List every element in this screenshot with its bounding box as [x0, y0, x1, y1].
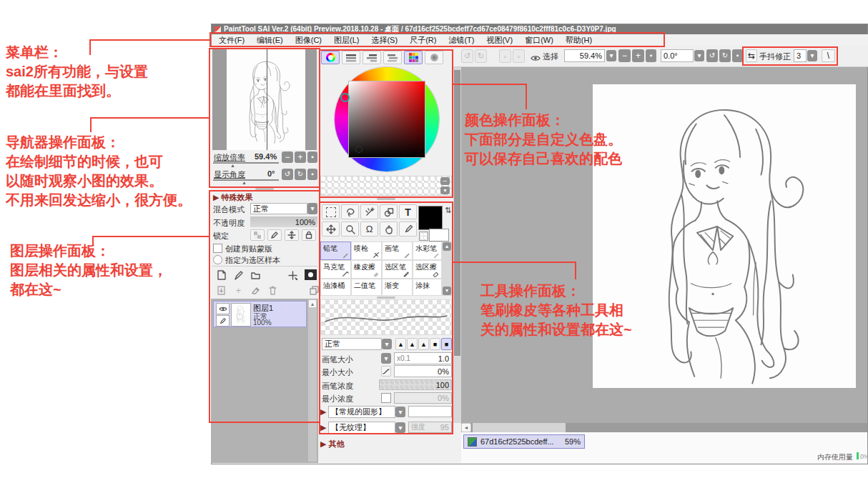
brush-texture-select[interactable]: 【无纹理】: [328, 422, 395, 434]
navigator-rotate-cw-button[interactable]: ↻: [295, 169, 306, 180]
other-section-header[interactable]: ▶ 其他: [320, 439, 345, 449]
brush-shape-select[interactable]: 【常规的圆形】: [328, 406, 395, 418]
hand-tool-button[interactable]: [380, 221, 398, 236]
brush-selection-eraser[interactable]: 选区擦: [413, 260, 442, 279]
navigator-zoom-in-button[interactable]: +: [295, 151, 306, 163]
stabilizer-dropdown-button[interactable]: ▾: [807, 50, 817, 61]
navigator-zoom-reset-button[interactable]: ▪: [307, 151, 317, 163]
layer-list-scrollbar[interactable]: ▴: [308, 299, 317, 462]
menu-item-help[interactable]: 帮助(H): [566, 35, 592, 46]
brush-shape-extra-field[interactable]: [408, 406, 452, 417]
menu-item-image[interactable]: 图像(C): [295, 35, 322, 46]
paint-mode-select[interactable]: 正常: [322, 338, 382, 350]
flip-horizontal-button[interactable]: ⇆: [746, 49, 757, 62]
shape-tool-button[interactable]: [380, 204, 398, 219]
brush-bucket[interactable]: 油漆桶: [320, 279, 351, 296]
lock-move-button[interactable]: [285, 229, 299, 241]
navigator-zoom-out-button[interactable]: −: [282, 151, 293, 163]
layer-paint-indicator[interactable]: [216, 315, 230, 327]
rgb-slider-tab[interactable]: [342, 51, 360, 64]
min-density-field[interactable]: 0%: [394, 392, 452, 404]
paint-mode-dropdown-button[interactable]: ▾: [382, 339, 392, 349]
add-to-selection-button[interactable]: +: [232, 284, 245, 296]
layer-list-scroll-up-button[interactable]: ▴: [308, 299, 317, 308]
marquee-tool-button[interactable]: [322, 204, 340, 219]
document-tab[interactable]: 67d16cf2525bcdeff... 59%: [463, 434, 585, 449]
min-density-checkbox[interactable]: [381, 393, 391, 403]
transform-button[interactable]: [286, 269, 300, 282]
title-bar[interactable]: PaintTool SAI Ver.2 (64bit) Preview.2018…: [212, 24, 867, 34]
menu-item-filter[interactable]: 滤镜(T): [448, 35, 474, 46]
primary-color-swatch[interactable]: [418, 206, 443, 230]
menu-item-ruler[interactable]: 尺子(R): [410, 35, 436, 46]
reselect-button[interactable]: ▫: [513, 49, 525, 63]
lock-all-button[interactable]: [302, 229, 316, 241]
brush-watercolor[interactable]: 水彩笔: [413, 242, 442, 260]
move-tool-button[interactable]: [322, 221, 340, 236]
redo-button[interactable]: ↻: [475, 49, 487, 63]
zoom-value-field[interactable]: 59.4%: [564, 49, 605, 62]
tip-shape-round[interactable]: ▲: [407, 338, 418, 350]
menu-item-edit[interactable]: 编辑(E): [257, 35, 283, 46]
zoom-in-button[interactable]: +: [632, 49, 644, 62]
tip-shape-flat[interactable]: ■: [430, 338, 440, 350]
new-pen-layer-button[interactable]: [232, 269, 245, 282]
navigator-thumbnail[interactable]: [212, 49, 317, 150]
brush-selection-pen[interactable]: 选区笔: [382, 260, 413, 279]
tip-shape-curve[interactable]: ▲: [418, 338, 429, 350]
lasso-tool-button[interactable]: [341, 204, 359, 219]
rotate-ccw-button[interactable]: ↺: [706, 49, 718, 62]
angle-dropdown-button[interactable]: ▾: [694, 50, 704, 61]
clear-layer-button[interactable]: [249, 284, 262, 296]
hscroll-thumb[interactable]: [473, 423, 566, 432]
zoom-tool-button[interactable]: [341, 221, 359, 236]
rotate-canvas-tool-button[interactable]: Ω: [360, 221, 378, 236]
rotate-cw-button[interactable]: ↻: [719, 49, 731, 62]
min-size-curve-button[interactable]: [381, 366, 391, 377]
brush-airbrush[interactable]: 喷枪: [351, 242, 382, 260]
navigator-zoom-slider-marker[interactable]: ▲: [230, 163, 235, 168]
menu-item-window[interactable]: 窗口(W): [525, 35, 553, 46]
new-folder-button[interactable]: [249, 269, 262, 282]
eyedropper-tool-button[interactable]: [399, 221, 417, 236]
deselect-button[interactable]: ▫: [499, 49, 511, 63]
brush-scroll-down-button[interactable]: ▾: [443, 287, 451, 295]
density-slider[interactable]: 100: [379, 379, 452, 390]
lock-draw-button[interactable]: [267, 229, 282, 241]
swatch-palette-tab[interactable]: [404, 51, 423, 64]
layer-row[interactable]: 图层1 正常 100%: [213, 301, 307, 327]
swatch-scroll-up-button[interactable]: −: [440, 177, 450, 185]
text-tool-button[interactable]: T: [399, 204, 417, 219]
zoom-reset-button[interactable]: ▪: [646, 49, 656, 62]
custom-swatch-strip[interactable]: [320, 176, 452, 196]
blend-mode-select[interactable]: 正常: [250, 203, 307, 214]
hue-marker[interactable]: [340, 93, 350, 102]
line-tool-button[interactable]: \: [822, 49, 835, 62]
navigator-rotate-ccw-button[interactable]: ↺: [282, 169, 293, 180]
blend-mode-dropdown-button[interactable]: ▾: [307, 203, 317, 214]
color-mixer-tab[interactable]: [425, 51, 443, 64]
brush-paintbrush[interactable]: 画笔: [382, 242, 413, 260]
tip-shape-sharp[interactable]: ▲: [395, 338, 406, 350]
brush-blur[interactable]: 涂抹: [413, 279, 442, 296]
swap-colors-button[interactable]: ⇅: [443, 205, 453, 216]
zoom-out-button[interactable]: −: [618, 49, 631, 62]
brush-shape-dropdown-button[interactable]: ▾: [395, 407, 405, 417]
sv-marker[interactable]: [355, 146, 363, 153]
brush-size-field[interactable]: x0.1 1.0: [394, 352, 452, 364]
menu-item-view[interactable]: 视图(V): [486, 35, 513, 46]
tip-shape-square[interactable]: ■: [441, 338, 452, 350]
canvas-hscrollbar[interactable]: ◂: [461, 423, 867, 432]
undo-button[interactable]: ↺: [461, 49, 473, 63]
brush-preview-splitter[interactable]: [377, 297, 395, 299]
shape-section-arrow[interactable]: ▶: [320, 407, 326, 417]
brush-size-unit-button[interactable]: ▾: [381, 353, 391, 364]
new-layer-button[interactable]: [214, 269, 228, 282]
canvas-artboard[interactable]: [593, 84, 856, 388]
brush-texture-dropdown-button[interactable]: ▾: [395, 422, 405, 433]
rotate-reset-button[interactable]: ▪: [732, 49, 743, 62]
secondary-color-swatch[interactable]: [429, 229, 449, 242]
delete-layer-button[interactable]: [266, 284, 280, 296]
texture-section-arrow[interactable]: ▶: [320, 423, 326, 432]
panel-column-scrollbar[interactable]: [453, 67, 461, 423]
